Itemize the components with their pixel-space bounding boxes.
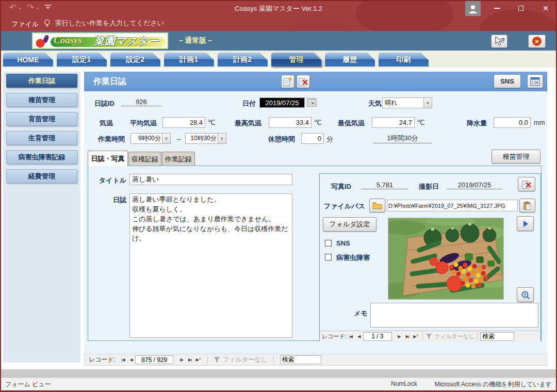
sidebar: 作業日誌 種苗管理 育苗管理 生育管理 病害虫障害記録 経費管理 [3,72,80,363]
photo-first-record-button[interactable]: |◀ [347,333,355,340]
new-record-star-icon: * [199,357,201,363]
main-record-position[interactable] [135,355,173,364]
sidebar-item-pest-records[interactable]: 病害虫障害記録 [6,150,77,164]
max-temp-field[interactable] [269,117,312,128]
break-time-field[interactable] [301,133,324,144]
subtab-work-record[interactable]: 作業記録 [162,152,195,166]
chevron-down-icon: ∨ [162,134,170,143]
subtab-diary-photo[interactable]: 日誌・写真 [88,151,128,166]
maximize-icon [518,6,523,11]
weather-label: 天気 [368,99,382,108]
diary-body-field[interactable]: 蒸し暑い季節となりました。 収穫も夏らしく。 この蒸し暑さでは、あまり農作業でき… [129,193,292,338]
photo-prev-record-button[interactable]: ◀ [355,333,363,340]
exit-app-button[interactable]: × [528,35,546,48]
new-record-button[interactable] [281,75,294,88]
seed-management-button[interactable]: 種苗管理 [492,150,540,164]
main-tabbar: HOME 設定1 設定2 計画1 計画2 管理 履歴 印刷 [0,51,557,69]
file-menu[interactable]: ファイル [5,18,45,31]
tab-plan2[interactable]: 計画2 [218,53,268,67]
form-body: 日誌ID 926 日付 天気 晴れ ∨ 気温 平均気温 [84,91,547,354]
main-record-navigator: レコード: |◀ ◀ ▶ ▶| ▶* フィルターなし [84,354,547,366]
min-temp-label: 最低気温 [338,119,365,128]
sidebar-item-expense-management[interactable]: 経費管理 [6,169,77,183]
main-search-input[interactable] [280,355,321,364]
avg-temp-field[interactable] [162,117,205,128]
tellme-search[interactable]: 実行したい作業を入力してください [43,19,164,28]
help-cursor-icon: ? [494,36,505,46]
folder-open-icon [372,202,382,209]
sns-button[interactable]: SNS [494,74,521,88]
file-path-field[interactable] [387,200,518,211]
date-picker-icon[interactable] [307,97,317,109]
photo-new-record-button[interactable]: ▶* [412,333,420,340]
tab-history[interactable]: 履歴 [325,53,375,67]
window-chrome: ↶ ▾ ↷ ▾ Coasys 菜園マスター Ver.1.2 × ファイル 実行し… [0,0,557,31]
folder-settings-button[interactable]: フォルダ設定 [323,217,376,232]
diary-title-label: タイトル [95,176,126,185]
diary-id-value: 926 [121,98,161,106]
photo-id-label: 写真ID [331,182,351,191]
work-time-label: 作業時間 [98,135,125,144]
paste-path-button[interactable] [519,199,535,213]
open-folder-button[interactable] [369,199,385,213]
sidebar-item-nursery-management[interactable]: 育苗管理 [6,112,77,126]
account-avatar[interactable] [465,1,481,16]
photo-id-value: 5,781 [361,181,408,189]
zoom-photo-button[interactable] [517,287,534,302]
main-next-record-button[interactable]: ▶ [177,356,186,364]
start-time-select[interactable]: 9時00分 ∨ [130,133,171,144]
delete-record-button[interactable] [297,75,310,88]
tab-home[interactable]: HOME [3,53,53,67]
memo-label: メモ [354,309,368,318]
tab-settings2[interactable]: 設定2 [110,53,160,67]
main-record-label: レコード: [89,355,116,364]
memo-field[interactable] [370,303,538,328]
divider [422,332,423,340]
sidebar-item-growth-management[interactable]: 生育管理 [6,131,77,145]
help-button[interactable]: ? [491,35,507,48]
minimize-button[interactable] [488,0,505,17]
calendar-button[interactable] [527,74,543,88]
form-title: 作業日誌 [93,76,126,87]
min-temp-field[interactable] [372,117,415,128]
end-time-select[interactable]: 10時30分 ∨ [185,133,226,144]
subtab-harvest-record[interactable]: 収穫記録 [128,152,161,166]
tab-plan1[interactable]: 計画1 [164,53,214,67]
rainfall-field[interactable] [494,117,531,128]
temperature-label: 気温 [100,119,113,128]
weather-select[interactable]: 晴れ ∨ [382,97,432,108]
chevron-down-icon: ∨ [218,134,226,143]
decor-blob [289,15,351,31]
tab-management[interactable]: 管理 [271,53,321,67]
tab-print[interactable]: 印刷 [379,53,429,67]
divider [477,332,478,340]
divider [207,356,208,364]
maximize-button[interactable] [512,0,530,17]
diary-title-field[interactable] [129,174,292,185]
content-area: 作業日誌 種苗管理 育苗管理 生育管理 病害虫障害記録 経費管理 作業日誌 [0,69,557,369]
pest-checkbox[interactable] [325,254,332,260]
photo-next-record-button[interactable]: ▶ [395,333,403,340]
main-prev-record-button[interactable]: ◀ [127,356,135,364]
main-filter-status[interactable]: フィルターなし [213,355,267,364]
file-path-label: ファイルパス [324,202,365,211]
photo-last-record-button[interactable]: ▶| [403,333,412,340]
sidebar-item-seed-management[interactable]: 種苗管理 [6,93,77,107]
date-field[interactable] [259,97,305,108]
photo-record-navigator: レコード: |◀ ◀ ▶ ▶| ▶* フィルターなし [320,331,540,341]
sidebar-item-work-diary[interactable]: 作業日誌 [6,74,77,88]
main-last-record-button[interactable]: ▶| [186,356,194,364]
photo-record-position[interactable] [363,332,392,341]
sns-checkbox[interactable] [325,240,332,247]
next-photo-button[interactable] [517,216,534,231]
max-temp-unit: ℃ [314,119,322,126]
photo-search-input[interactable] [480,332,514,341]
tab-settings1[interactable]: 設定1 [57,53,107,67]
close-window-button[interactable]: × [535,0,556,17]
status-bar: フォーム ビュー NumLock Microsoft Access の機能を利用… [0,378,557,390]
end-time-value: 10時30分 [186,134,218,143]
delete-photo-button[interactable] [518,177,535,191]
main-new-record-button[interactable]: ▶* [194,356,202,364]
photo-filter-status[interactable]: フィルターなし [425,333,475,340]
main-first-record-button[interactable]: |◀ [119,356,127,364]
